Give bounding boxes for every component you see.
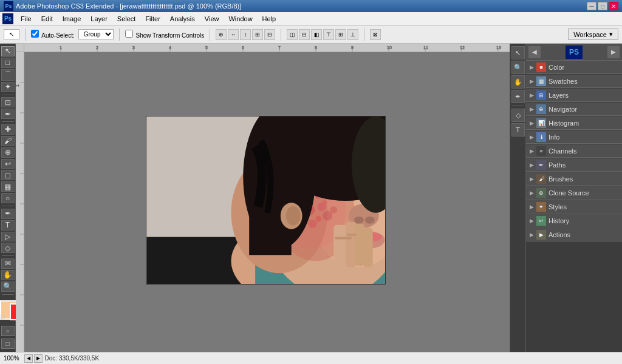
status-arrow-left[interactable]: ◀ [24, 354, 33, 363]
zoom-tool[interactable]: 🔍 [1, 281, 15, 292]
menu-help[interactable]: Help [258, 14, 281, 24]
options-bar: ↖ Auto-Select: Group Layer Show Transfor… [0, 25, 622, 44]
svg-text:5: 5 [205, 46, 208, 50]
align-right-icon[interactable]: ◧ [311, 29, 322, 40]
marquee-tool[interactable]: □ [1, 58, 15, 68]
transform-icon-3[interactable]: ↕ [240, 29, 251, 40]
paths-panel-header[interactable]: ▶ ✒ Paths [526, 158, 622, 172]
eraser-tool[interactable]: ◻ [1, 170, 15, 180]
show-transform-checkbox[interactable] [125, 30, 133, 38]
clone-source-panel: ▶ ⊕ Clone Source [526, 186, 622, 200]
shape-tool[interactable]: ◇ [1, 243, 15, 253]
histogram-panel-header[interactable]: ▶ 📊 Histogram [526, 116, 622, 130]
layers-panel-header[interactable]: ▶ ⊞ Layers [526, 89, 622, 102]
styles-panel-header[interactable]: ▶ ✦ Styles [526, 200, 622, 214]
notes-tool[interactable]: ✉ [1, 258, 15, 269]
color-panel: ▶ ■ Color [526, 61, 622, 74]
transform-icon-1[interactable]: ⊕ [216, 29, 227, 40]
path-select-tool[interactable]: ▷ [1, 232, 15, 242]
actions-panel-icon: ▶ [536, 230, 546, 240]
align-middle-icon[interactable]: ⊞ [335, 29, 346, 40]
eyedropper-tool[interactable]: ✒ [1, 109, 15, 119]
channels-panel-header[interactable]: ▶ ≡ Channels [526, 144, 622, 158]
workspace-button[interactable]: Workspace ▾ [568, 29, 618, 40]
zoom-level: 100% [4, 355, 19, 362]
color-panel-icon: ■ [536, 62, 546, 72]
info-panel-header[interactable]: ▶ ℹ Info [526, 130, 622, 144]
transform-icon-2[interactable]: ↔ [228, 29, 239, 40]
brushes-panel-header[interactable]: ▶ 🖌 Brushes [526, 172, 622, 186]
history-brush-tool[interactable]: ↩ [1, 159, 15, 169]
svg-text:7: 7 [278, 46, 281, 50]
history-panel-header[interactable]: ▶ ↩ History [526, 214, 622, 228]
styles-arrow: ▶ [530, 204, 534, 210]
dodge-tool[interactable]: ○ [1, 193, 15, 203]
actions-panel-title: Actions [549, 231, 570, 238]
svg-text:13: 13 [496, 46, 501, 50]
menu-view[interactable]: View [200, 14, 224, 24]
align-bottom-icon[interactable]: ⊥ [347, 29, 358, 40]
maximize-button[interactable]: □ [598, 2, 607, 10]
panel-nav: ◀ PS ▶ [526, 44, 622, 61]
panel-hand-tool[interactable]: ✋ [511, 75, 525, 89]
align-center-icon[interactable]: ⊟ [299, 29, 310, 40]
panel-eyedropper-tool[interactable]: ✒ [511, 90, 525, 103]
menu-analysis[interactable]: Analysis [165, 14, 200, 24]
navigator-panel-header[interactable]: ▶ ⊕ Navigator [526, 103, 622, 116]
history-panel-title: History [549, 217, 569, 224]
transform-icons: ⊕ ↔ ↕ ⊞ ⊟ [216, 29, 275, 40]
pen-tool[interactable]: ✒ [1, 209, 15, 219]
align-top-icon[interactable]: ⊤ [323, 29, 334, 40]
statusbar: 100% ◀ ▶ Doc: 330,5K/330,5K [0, 352, 622, 364]
transform-icon-4[interactable]: ⊞ [252, 29, 263, 40]
svg-text:8: 8 [315, 46, 317, 50]
gradient-tool[interactable]: ▦ [1, 181, 15, 192]
lasso-tool[interactable]: ⌒ [1, 69, 15, 81]
menu-layer[interactable]: Layer [86, 14, 112, 24]
histogram-arrow: ▶ [530, 120, 534, 126]
healing-tool[interactable]: ✚ [1, 124, 15, 135]
svg-point-67 [354, 217, 364, 224]
minimize-button[interactable]: ─ [587, 2, 596, 10]
close-button[interactable]: ✕ [609, 2, 618, 10]
auto-select-checkbox[interactable] [31, 30, 39, 38]
panel-nav-right[interactable]: ▶ [607, 46, 620, 58]
quick-mask-button[interactable]: ○ [1, 326, 15, 336]
tool-separator-4 [2, 255, 14, 256]
menu-window[interactable]: Window [224, 14, 257, 24]
brush-tool[interactable]: 🖌 [1, 136, 15, 146]
actions-panel-header[interactable]: ▶ ▶ Actions [526, 228, 622, 241]
swatches-panel-header[interactable]: ▶ ▦ Swatches [526, 75, 622, 88]
menu-file[interactable]: File [16, 14, 36, 24]
panel-tool-6[interactable]: T [511, 123, 525, 136]
status-arrow-right[interactable]: ▶ [34, 354, 43, 363]
align-left-icon[interactable]: ◫ [287, 29, 298, 40]
clone-source-arrow: ▶ [530, 190, 534, 196]
screen-mode-button[interactable]: □ [1, 339, 15, 349]
magic-wand-tool[interactable]: ✦ [1, 82, 15, 92]
default-colors-icon[interactable]: ⊟ [0, 314, 5, 320]
panel-move-tool[interactable]: ↖ [511, 46, 525, 59]
transform-icon-5[interactable]: ⊟ [264, 29, 275, 40]
distribute-icon[interactable]: ⊠ [370, 29, 381, 40]
menu-edit[interactable]: Edit [36, 14, 58, 24]
move-tool[interactable]: ↖ [1, 46, 15, 56]
color-panel-header[interactable]: ▶ ■ Color [526, 61, 622, 74]
separator4 [281, 29, 281, 41]
menu-filter[interactable]: Filter [140, 14, 165, 24]
panel-nav-left[interactable]: ◀ [528, 46, 541, 58]
menu-select[interactable]: Select [112, 14, 141, 24]
menu-image[interactable]: Image [58, 14, 86, 24]
svg-rect-82 [347, 234, 357, 236]
stamp-tool[interactable]: ⊕ [1, 147, 15, 158]
move-tool-btn[interactable]: ↖ [4, 29, 19, 39]
history-arrow: ▶ [530, 218, 534, 224]
panel-tool-5[interactable]: ◇ [511, 109, 525, 122]
hand-tool[interactable]: ✋ [1, 270, 15, 280]
crop-tool[interactable]: ⊡ [1, 97, 15, 107]
panel-zoom-tool[interactable]: 🔍 [511, 61, 525, 74]
clone-source-panel-header[interactable]: ▶ ⊕ Clone Source [526, 186, 622, 200]
auto-select-dropdown[interactable]: Group Layer [78, 29, 114, 39]
type-tool[interactable]: T [1, 220, 15, 231]
brushes-panel-title: Brushes [549, 175, 573, 183]
